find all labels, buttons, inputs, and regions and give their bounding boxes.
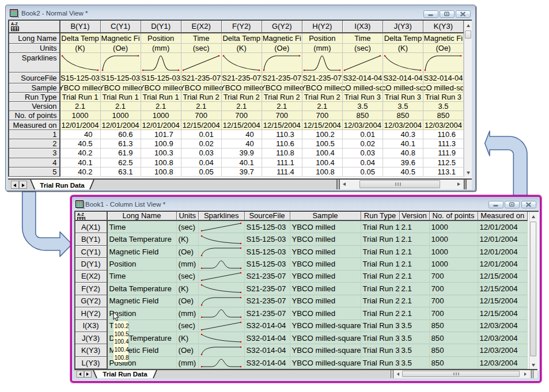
svg-text:A-Z: A-Z (11, 22, 18, 26)
svg-text:A-Z: A-Z (77, 212, 84, 216)
svg-text:Trial Run Data: Trial Run Data (40, 182, 85, 189)
svg-text:Trial Run Data: Trial Run Data (103, 371, 147, 378)
